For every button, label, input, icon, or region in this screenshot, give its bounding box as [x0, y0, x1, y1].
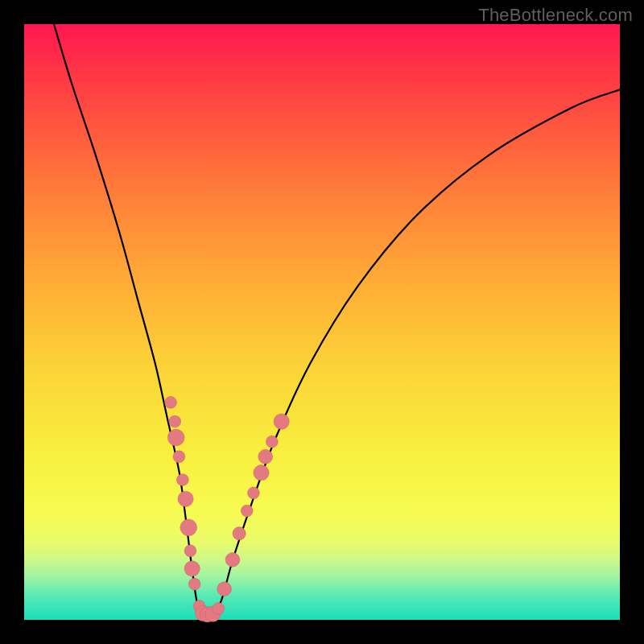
scatter-dot	[176, 474, 188, 486]
scatter-dot	[178, 491, 193, 506]
scatter-dot	[173, 451, 185, 463]
scatter-dot	[217, 582, 232, 597]
scatter-dot	[169, 415, 181, 427]
plot-area	[24, 24, 620, 620]
scatter-dot	[274, 414, 289, 429]
bottleneck-curve	[54, 24, 620, 622]
scatter-dot	[180, 519, 197, 536]
scatter-dot	[184, 545, 196, 557]
scatter-dot	[184, 561, 200, 576]
scatter-dot	[258, 449, 273, 464]
scatter-dot	[254, 465, 269, 481]
scatter-dot	[225, 552, 240, 567]
chart-stage: TheBottleneck.com	[0, 0, 644, 644]
scatter-dot	[167, 429, 184, 446]
scatter-dot	[266, 436, 278, 448]
scatter-dot	[248, 487, 260, 499]
scatter-markers	[165, 397, 290, 622]
scatter-dot	[241, 505, 253, 517]
scatter-dot	[213, 603, 225, 615]
chart-svg	[24, 24, 620, 620]
watermark-text: TheBottleneck.com	[478, 5, 633, 26]
scatter-dot	[233, 527, 246, 540]
scatter-dot	[188, 578, 200, 590]
scatter-dot	[165, 397, 177, 409]
